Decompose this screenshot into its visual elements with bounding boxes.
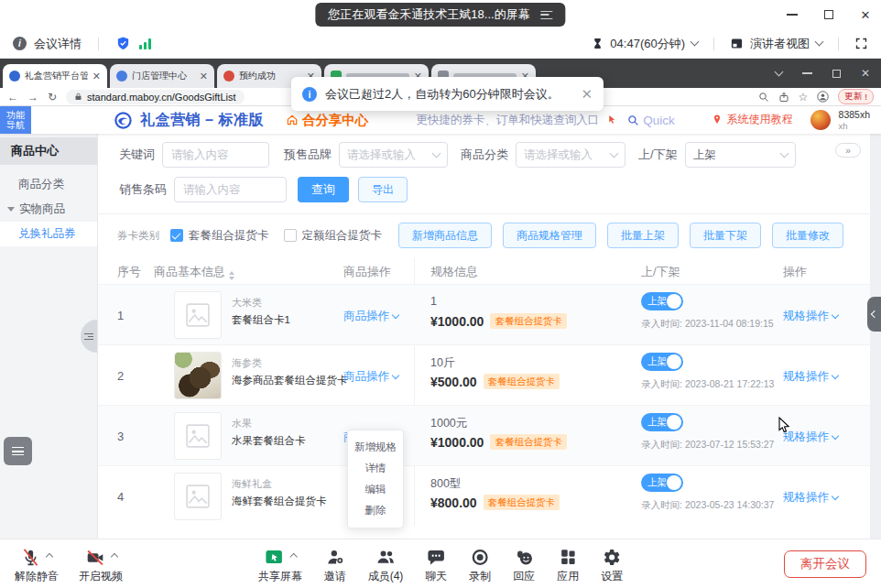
brand-select[interactable]: 请选择或输入	[339, 142, 448, 168]
caret-down-icon[interactable]	[691, 38, 700, 47]
export-button[interactable]: 导出	[358, 177, 408, 202]
spec-action-dropdown[interactable]: 规格操作	[783, 309, 838, 324]
user-avatar[interactable]	[810, 110, 831, 130]
start-video-button[interactable]: 开启视频	[79, 545, 123, 584]
menu-item-add-spec[interactable]: 新增规格	[348, 437, 403, 458]
shelf-toggle[interactable]: 上架	[641, 474, 683, 492]
keyword-input[interactable]	[162, 142, 269, 168]
spec-action-dropdown[interactable]: 规格操作	[783, 490, 838, 506]
batch-offshelf-button[interactable]: 批量下架	[690, 223, 761, 248]
leave-meeting-button[interactable]: 离开会议	[784, 550, 866, 578]
main-panel: » 关键词 预售品牌 请选择或输入 商品分类 请选择或输入 上/下架 上架 销售…	[98, 134, 870, 539]
quick-search-link[interactable]: Quick	[643, 114, 675, 127]
caret-down-icon[interactable]	[815, 38, 824, 47]
shelf-toggle[interactable]: 上架	[641, 413, 683, 431]
chat-button[interactable]: 聊天	[425, 545, 447, 584]
product-name: 水果套餐组合卡	[232, 434, 306, 448]
search-button[interactable]: 查询	[298, 177, 349, 202]
spec-action-dropdown[interactable]: 规格操作	[783, 430, 838, 445]
browser-maximize-icon[interactable]	[832, 70, 841, 78]
record-button[interactable]: 录制	[469, 545, 491, 584]
browser-minimize-icon[interactable]	[802, 72, 812, 74]
menu-item-detail[interactable]: 详情	[348, 458, 403, 479]
shelf-toggle[interactable]: 上架	[641, 292, 683, 310]
shelf-toggle[interactable]: 上架	[641, 353, 683, 371]
meeting-details-button[interactable]: 会议详情	[34, 36, 82, 52]
maximize-button[interactable]	[822, 8, 835, 21]
tab-close-icon[interactable]: ✕	[200, 71, 208, 82]
url-field[interactable]: standard.maboy.cn/GoodsGiftList	[66, 90, 244, 104]
sidebar-item-goods-category[interactable]: 商品分类	[0, 172, 97, 197]
back-icon[interactable]: ←	[7, 91, 18, 103]
batch-edit-button[interactable]: 批量修改	[772, 223, 843, 248]
shelf-select[interactable]: 上架	[685, 142, 796, 168]
sort-icon[interactable]	[229, 271, 234, 280]
checkbox-unchecked-icon	[284, 229, 297, 242]
time-prefix: 录入时间:	[641, 439, 682, 452]
add-product-button[interactable]: 新增商品信息	[398, 223, 492, 248]
product-image	[174, 291, 222, 339]
header-product-info[interactable]: 商品基本信息	[154, 264, 234, 280]
barcode-input[interactable]	[174, 177, 287, 202]
tab-search-icon[interactable]	[774, 67, 783, 76]
share-options-caret[interactable]	[289, 553, 297, 561]
browser-update-badge[interactable]: 更新!	[838, 89, 874, 104]
sidebar-item-physical-goods[interactable]: 实物商品	[0, 197, 97, 222]
toggle-label: 上架	[647, 476, 667, 489]
filter-row-2: 销售条码 查询 导出	[119, 177, 870, 202]
reactions-button[interactable]: 回应	[513, 545, 535, 584]
sidebar-collapse-handle[interactable]	[81, 320, 97, 353]
right-panel-handle[interactable]	[867, 297, 881, 332]
menu-item-delete[interactable]: 删除	[348, 500, 403, 521]
product-action-dropdown[interactable]: 商品操作	[343, 309, 398, 324]
view-mode-button[interactable]: 演讲者视图	[750, 36, 810, 52]
search-icon[interactable]	[627, 114, 639, 126]
browser-close-icon[interactable]: ✕	[861, 67, 870, 80]
apps-button[interactable]: 应用	[557, 545, 579, 584]
fullscreen-icon[interactable]	[854, 37, 868, 50]
floating-list-button[interactable]	[4, 437, 32, 465]
tab-close-icon[interactable]: ✕	[92, 71, 101, 82]
function-nav-button[interactable]: 功能 导航	[0, 106, 31, 134]
tutorial-link[interactable]: 系统使用教程	[727, 112, 793, 127]
minimize-button[interactable]	[786, 8, 799, 21]
profile-icon[interactable]	[817, 91, 829, 103]
share-icon[interactable]	[778, 92, 789, 103]
menu-item-edit[interactable]: 编辑	[348, 479, 403, 500]
invite-button[interactable]: 邀请	[324, 545, 346, 584]
members-button[interactable]: 成员(4)	[368, 545, 404, 584]
checkbox-fixed-card[interactable]: 定额组合提货卡	[284, 228, 383, 244]
signal-icon[interactable]	[138, 38, 152, 50]
product-action-dropdown[interactable]: 商品操作	[343, 369, 398, 385]
row-index: 4	[117, 490, 124, 504]
zoom-icon[interactable]	[758, 92, 769, 103]
nav-line2: 导航	[6, 120, 25, 131]
star-icon[interactable]: ☆	[799, 91, 809, 103]
shield-check-icon[interactable]	[115, 36, 131, 51]
spec-manage-button[interactable]: 商品规格管理	[503, 223, 596, 248]
browser-tab-2[interactable]: 门店管理中心 ✕	[110, 64, 214, 88]
quick-entry-tip: 更快捷的券卡、订单和快递查询入口	[416, 113, 599, 128]
video-options-caret[interactable]	[110, 553, 117, 561]
share-screen-button[interactable]: 共享屏幕	[258, 545, 302, 584]
members-icon	[375, 548, 396, 567]
time-value: 2023-07-12 15:53:27	[685, 439, 775, 452]
category-select[interactable]: 请选择或输入	[516, 142, 625, 168]
reload-icon[interactable]: ↻	[48, 91, 57, 103]
close-button[interactable]: ✕	[859, 8, 872, 21]
expand-filters-button[interactable]: »	[835, 143, 861, 158]
settings-button[interactable]: 设置	[601, 545, 623, 584]
browser-tab-1[interactable]: 礼盒营销平台管理中心 ✕	[3, 64, 107, 88]
mic-options-caret[interactable]	[46, 553, 53, 561]
toast-close-icon[interactable]: ✕	[581, 86, 593, 103]
batch-onshelf-button[interactable]: 批量上架	[607, 223, 679, 248]
share-center-link[interactable]: 合分享中心	[302, 112, 369, 129]
invite-icon	[325, 548, 344, 567]
forward-icon[interactable]: →	[27, 91, 38, 103]
tab-favicon	[223, 71, 234, 82]
sidebar-item-gift-voucher[interactable]: 兑换礼品券	[0, 222, 97, 246]
checkbox-combo-card[interactable]: 套餐组合提货卡	[170, 228, 269, 244]
watch-menu-icon[interactable]	[541, 11, 553, 19]
unmute-button[interactable]: 解除静音	[15, 545, 59, 584]
spec-action-dropdown[interactable]: 规格操作	[783, 369, 838, 385]
